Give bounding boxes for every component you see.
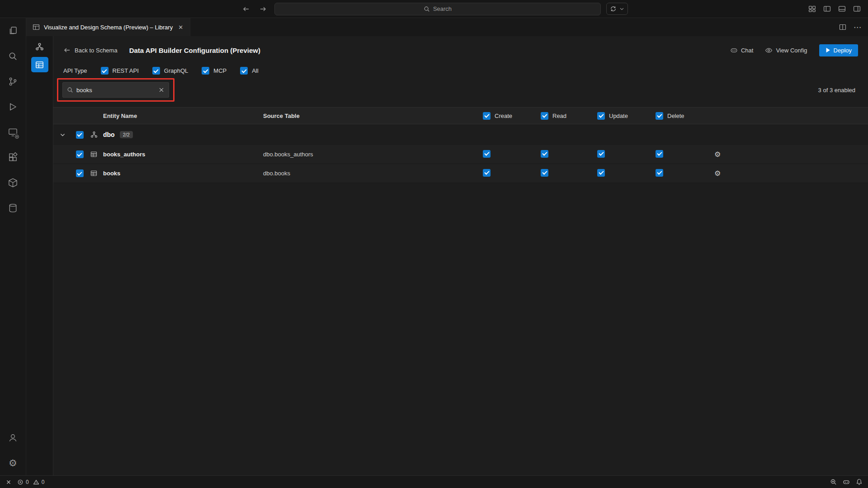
- row-checkbox[interactable]: [76, 150, 84, 158]
- deploy-button[interactable]: Deploy: [819, 44, 858, 56]
- sidebar-item-sql-server[interactable]: [0, 119, 26, 145]
- table-icon: [90, 151, 97, 158]
- customize-layout-icon[interactable]: [808, 5, 816, 13]
- update-all-checkbox[interactable]: [597, 112, 605, 120]
- collapse-group-button[interactable]: [53, 132, 71, 138]
- extensions-icon: [8, 152, 18, 163]
- filter-all[interactable]: All: [240, 67, 258, 75]
- sync-icon: [610, 5, 617, 12]
- filter-rest-api[interactable]: REST API: [101, 67, 139, 75]
- database-icon: [8, 203, 18, 213]
- arrow-left-icon: [63, 47, 71, 54]
- sidebar-item-source-control[interactable]: [0, 69, 26, 94]
- tab-actions: ⋯: [839, 18, 862, 36]
- row-checkbox[interactable]: [76, 169, 84, 177]
- entity-search-row: 3 of 3 enabled: [57, 78, 855, 102]
- toggle-secondary-sidebar-icon[interactable]: [853, 5, 861, 13]
- zoom-icon[interactable]: [830, 479, 837, 485]
- read-all-checkbox[interactable]: [541, 112, 548, 120]
- all-checkbox[interactable]: [240, 67, 248, 75]
- schema-visualizer-tab[interactable]: [31, 39, 48, 54]
- filter-mcp[interactable]: MCP: [202, 67, 226, 75]
- tab-visualize-design-schema[interactable]: Visualize and Design Schema (Preview) – …: [26, 18, 190, 36]
- toggle-primary-sidebar-icon[interactable]: [823, 5, 831, 13]
- toggle-panel-icon[interactable]: [838, 5, 846, 13]
- global-search-box[interactable]: Search: [274, 3, 601, 15]
- warning-icon: [33, 479, 39, 485]
- delete-checkbox[interactable]: [656, 150, 663, 158]
- source-control-icon: [8, 76, 18, 87]
- mcp-checkbox[interactable]: [202, 67, 209, 75]
- cube-icon: [8, 178, 18, 188]
- title-bar: Search: [0, 0, 868, 18]
- sidebar-item-search[interactable]: [0, 43, 26, 69]
- filter-graphql[interactable]: GraphQL: [152, 67, 188, 75]
- sidebar-item-database-projects[interactable]: [0, 170, 26, 195]
- sidebar-item-account[interactable]: [0, 425, 26, 450]
- search-placeholder: Search: [433, 5, 452, 12]
- error-count: 0: [26, 479, 29, 485]
- create-label: Create: [495, 113, 512, 119]
- copilot-icon: [730, 47, 738, 54]
- warning-count: 0: [42, 479, 45, 485]
- entity-search-input[interactable]: [76, 87, 155, 94]
- update-checkbox[interactable]: [597, 169, 605, 177]
- refresh-dropdown-button[interactable]: [606, 3, 628, 15]
- explorer-icon: [8, 25, 19, 36]
- clear-search-icon[interactable]: [158, 87, 165, 93]
- chevron-down-icon: [619, 6, 624, 11]
- panel-header: Back to Schema Data API Builder Configur…: [63, 40, 858, 61]
- sidebar-item-settings[interactable]: ⚙: [0, 450, 26, 475]
- bell-icon[interactable]: [856, 479, 863, 485]
- table-api-config-tab[interactable]: [31, 57, 48, 72]
- graphql-checkbox[interactable]: [152, 67, 160, 75]
- table-row: books dbo.books ⚙: [53, 164, 868, 183]
- enabled-summary: 3 of 3 enabled: [818, 87, 855, 94]
- close-icon[interactable]: ✕: [177, 23, 184, 32]
- account-icon: [8, 432, 18, 443]
- create-checkbox[interactable]: [483, 150, 491, 158]
- eye-icon: [765, 47, 773, 54]
- schema-icon: [90, 131, 98, 138]
- arrow-left-icon: [242, 5, 250, 13]
- more-actions-icon[interactable]: ⋯: [854, 23, 862, 32]
- sidebar-item-explorer[interactable]: [0, 18, 26, 43]
- deploy-label: Deploy: [834, 47, 852, 54]
- delete-all-checkbox[interactable]: [656, 112, 663, 120]
- row-settings-gear-icon[interactable]: ⚙: [714, 170, 721, 177]
- sidebar-item-extensions[interactable]: [0, 145, 26, 170]
- problems-indicator[interactable]: 0 0: [17, 479, 44, 485]
- group-checkbox[interactable]: [76, 131, 84, 139]
- read-checkbox[interactable]: [541, 169, 548, 177]
- chat-label: Chat: [741, 47, 753, 54]
- tab-bar: Visualize and Design Schema (Preview) – …: [26, 18, 868, 36]
- table-config-icon: [35, 61, 44, 69]
- table-row: books_authors dbo.books_authors ⚙: [53, 145, 868, 164]
- create-all-checkbox[interactable]: [483, 112, 491, 120]
- sidebar-item-database[interactable]: [0, 195, 26, 221]
- update-checkbox[interactable]: [597, 150, 605, 158]
- rest-api-checkbox[interactable]: [101, 67, 108, 75]
- source-table: dbo.books: [263, 170, 483, 177]
- col-read: Read: [541, 112, 597, 120]
- play-icon: [826, 47, 830, 53]
- remote-icon: [5, 479, 12, 485]
- nav-back-button[interactable]: [240, 3, 252, 15]
- entity-name: books_authors: [103, 151, 263, 158]
- col-delete: Delete: [656, 112, 714, 120]
- status-bar: 0 0: [0, 475, 868, 488]
- create-checkbox[interactable]: [483, 169, 491, 177]
- api-type-filter-row: API Type REST API GraphQL MCP: [63, 67, 868, 75]
- sidebar-item-run-debug[interactable]: [0, 94, 26, 119]
- copilot-icon[interactable]: [843, 479, 850, 486]
- back-to-schema-button[interactable]: Back to Schema: [63, 47, 118, 54]
- read-checkbox[interactable]: [541, 150, 548, 158]
- split-editor-icon[interactable]: [839, 23, 846, 31]
- delete-checkbox[interactable]: [656, 169, 663, 177]
- update-label: Update: [609, 113, 628, 119]
- chat-button[interactable]: Chat: [730, 47, 753, 54]
- nav-forward-button[interactable]: [257, 3, 269, 15]
- view-config-button[interactable]: View Config: [765, 47, 807, 54]
- remote-indicator[interactable]: [5, 479, 12, 485]
- row-settings-gear-icon[interactable]: ⚙: [714, 151, 721, 158]
